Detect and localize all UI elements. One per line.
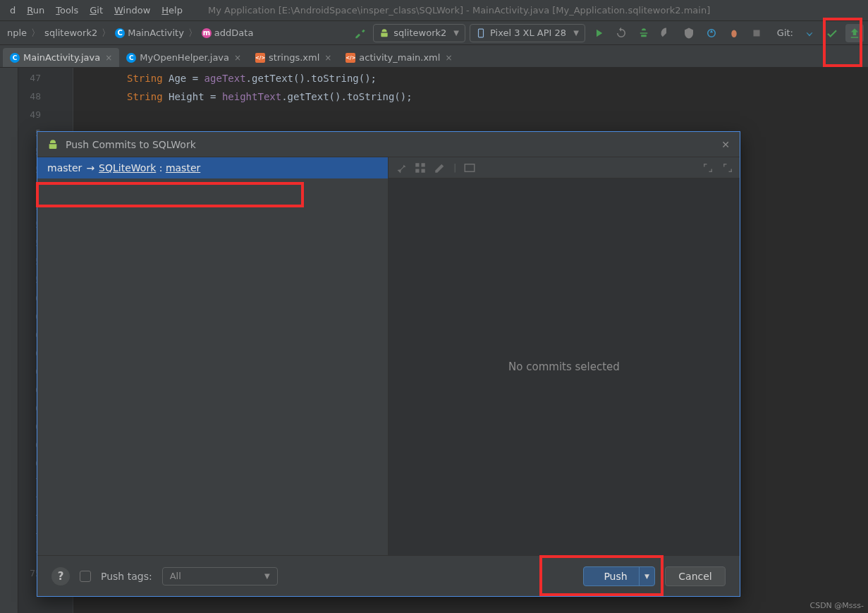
expand-icon[interactable] xyxy=(702,162,714,174)
tab-myopenhelper[interactable]: C MyOpenHelper.java × xyxy=(119,48,248,67)
push-tags-checkbox[interactable] xyxy=(80,571,91,582)
breadcrumb: nple 〉 sqlitework2 〉 C MainActivity 〉 m … xyxy=(4,27,256,40)
java-icon: C xyxy=(10,53,20,63)
class-icon: C xyxy=(115,28,125,38)
svg-rect-5 xyxy=(422,163,425,166)
close-icon[interactable]: ✕ xyxy=(721,139,730,150)
tool-window-rail[interactable] xyxy=(0,68,18,613)
close-icon[interactable]: × xyxy=(324,53,331,63)
cancel-button[interactable]: Cancel xyxy=(665,566,726,586)
line-number: 48 xyxy=(18,87,47,106)
method-icon: m xyxy=(202,28,212,38)
menu-bar: d Run Tools Git Window Help My Applicati… xyxy=(0,0,868,21)
push-icon xyxy=(848,27,861,40)
close-icon[interactable]: × xyxy=(105,53,112,63)
attach-profiler-button[interactable] xyxy=(725,24,743,42)
svg-rect-3 xyxy=(753,30,759,36)
image-icon[interactable] xyxy=(463,162,476,174)
bug-icon xyxy=(637,27,650,40)
commits-toolbar: | xyxy=(389,157,740,178)
close-icon[interactable]: × xyxy=(445,53,452,63)
line-number: 49 xyxy=(18,106,47,124)
toolbar: nple 〉 sqlitework2 〉 C MainActivity 〉 m … xyxy=(0,21,868,45)
menu-item-run[interactable]: Run xyxy=(21,5,50,16)
svg-rect-4 xyxy=(415,163,419,166)
xml-icon: </> xyxy=(255,53,265,63)
apply-changes-button[interactable] xyxy=(612,24,630,42)
git-push-button[interactable] xyxy=(845,24,864,42)
play-icon xyxy=(592,27,605,40)
chevron-right-icon: 〉 xyxy=(30,27,42,40)
menu-item-tools[interactable]: Tools xyxy=(50,5,84,16)
breadcrumb-method[interactable]: m addData xyxy=(199,28,257,38)
commits-panel: | No commits selected xyxy=(389,157,740,555)
menu-item-help[interactable]: Help xyxy=(156,5,188,16)
svg-rect-0 xyxy=(478,29,483,37)
grid-icon[interactable] xyxy=(414,162,427,174)
push-commits-dialog: Push Commits to SQLWork ✕ master → SQLit… xyxy=(37,131,740,597)
editor-tabs: C MainActivity.java × C MyOpenHelper.jav… xyxy=(0,45,868,68)
run-config-combo[interactable]: sqlitework2 ▼ xyxy=(373,24,465,42)
stop-icon xyxy=(750,27,763,40)
collapse-icon[interactable] xyxy=(721,162,734,174)
push-tags-combo[interactable]: All ▼ xyxy=(162,567,278,585)
dialog-title: Push Commits to SQLWork xyxy=(66,139,196,150)
menu-item-window[interactable]: Window xyxy=(109,5,156,16)
push-button[interactable]: Push ▼ xyxy=(583,566,655,586)
branch-mapping-row[interactable]: master → SQLiteWork : master xyxy=(37,157,388,178)
stop-button[interactable] xyxy=(747,24,766,42)
xml-icon: </> xyxy=(346,53,355,63)
menu-item-git[interactable]: Git xyxy=(84,5,109,16)
debug-button[interactable] xyxy=(635,24,653,42)
breadcrumb-class[interactable]: C MainActivity xyxy=(112,28,187,38)
svg-rect-7 xyxy=(422,169,425,172)
push-tags-label: Push tags: xyxy=(101,571,152,582)
branches-panel: master → SQLiteWork : master xyxy=(37,157,389,555)
chevron-down-icon: ▼ xyxy=(453,29,459,37)
close-icon[interactable]: × xyxy=(234,53,241,63)
svg-point-2 xyxy=(731,30,737,37)
dialog-body: master → SQLiteWork : master | No commit… xyxy=(37,157,740,555)
chevron-down-icon[interactable]: ▼ xyxy=(639,567,654,585)
device-icon xyxy=(476,28,486,38)
chevron-right-icon: 〉 xyxy=(100,27,112,40)
device-combo[interactable]: Pixel 3 XL API 28 ▼ xyxy=(470,24,585,42)
breadcrumb-item[interactable]: nple xyxy=(4,28,30,38)
no-commits-placeholder: No commits selected xyxy=(389,178,740,555)
build-button[interactable] xyxy=(352,25,369,42)
attach-icon xyxy=(705,27,718,40)
watermark: CSDN @Msss- xyxy=(809,601,864,610)
remote-branch-link[interactable]: master xyxy=(166,162,200,174)
chevron-right-icon: 〉 xyxy=(187,27,199,40)
arrow-right-icon: → xyxy=(86,162,94,174)
breadcrumb-item[interactable]: sqlitework2 xyxy=(42,28,100,38)
attach-debugger-button[interactable] xyxy=(702,24,721,42)
coverage-button[interactable] xyxy=(680,24,698,42)
dialog-title-bar: Push Commits to SQLWork ✕ xyxy=(37,132,740,157)
window-title: My Application [E:\AndroidSpace\insper_c… xyxy=(208,5,710,16)
tab-activitymain[interactable]: </> activity_main.xml × xyxy=(338,48,459,67)
line-number: 47 xyxy=(18,69,47,87)
profile-button[interactable] xyxy=(657,24,676,42)
run-button[interactable] xyxy=(589,24,608,42)
android-icon xyxy=(47,139,59,150)
edit-icon[interactable] xyxy=(434,162,446,174)
pin-icon[interactable] xyxy=(394,162,407,174)
hammer-icon xyxy=(355,28,366,39)
chevron-down-icon: ▼ xyxy=(264,572,270,580)
android-icon xyxy=(379,28,389,38)
dialog-footer: ? Push tags: All ▼ Push ▼ Cancel xyxy=(37,555,740,596)
beetle-icon xyxy=(728,27,740,40)
menu-item-build[interactable]: d xyxy=(4,5,21,16)
git-label: Git: xyxy=(777,28,793,38)
svg-rect-6 xyxy=(415,169,419,172)
git-update-button[interactable] xyxy=(800,24,819,42)
help-button[interactable]: ? xyxy=(51,567,70,585)
toolbar-actions: sqlitework2 ▼ Pixel 3 XL API 28 ▼ xyxy=(352,24,864,42)
tab-strings[interactable]: </> strings.xml × xyxy=(248,48,338,67)
git-commit-button[interactable] xyxy=(823,24,841,42)
remote-name-link[interactable]: SQLiteWork xyxy=(99,162,156,174)
shield-icon xyxy=(683,27,695,40)
tab-mainactivity[interactable]: C MainActivity.java × xyxy=(3,48,119,67)
check-icon xyxy=(826,27,838,40)
